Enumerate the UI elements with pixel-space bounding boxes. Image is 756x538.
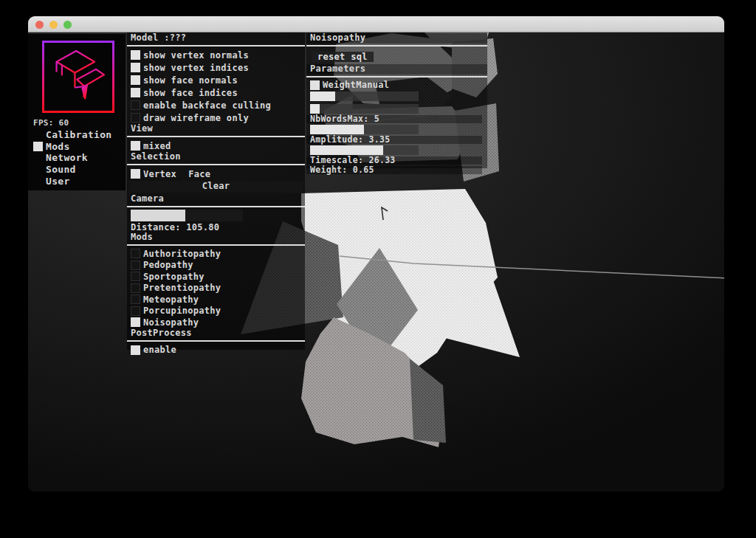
face-label[interactable]: Face	[188, 169, 210, 179]
checkbox-label: draw wireframe only	[143, 113, 249, 123]
enable-backface-culling-row[interactable]: enable backface culling	[127, 99, 305, 111]
checkbox-label: mixed	[143, 141, 171, 151]
checkbox-label: Meteopathy	[143, 294, 199, 305]
app-window: FPS: 60 Calibration Mods Network Sound U…	[28, 16, 724, 492]
slider-fill	[310, 92, 335, 101]
mixed-row[interactable]: mixed	[127, 139, 305, 152]
camera-distance-slider[interactable]	[131, 210, 243, 221]
divider	[127, 164, 305, 165]
divider	[127, 340, 305, 342]
mod-pretentiopathy-row[interactable]: Pretentiopathy	[127, 283, 305, 294]
vertex-label[interactable]: Vertex	[143, 169, 176, 179]
amplitude-slider[interactable]	[310, 125, 419, 134]
mod-meteopathy-row[interactable]: Meteopathy	[127, 294, 305, 306]
model-panel: Model :??? show vertex normals show vert…	[127, 32, 305, 350]
selection-mode-row: Vertex Face	[127, 168, 305, 180]
checkbox-label: Pretentiopathy	[143, 283, 221, 293]
show-vertex-indices-checkbox[interactable]	[131, 63, 140, 72]
noisopathy-panel-title: Noisopathy	[306, 33, 487, 44]
postprocess-section-title: PostProcess	[127, 328, 305, 339]
checkbox-label: show vertex normals	[143, 50, 249, 61]
timescale-slider[interactable]	[310, 145, 419, 155]
checkbox-label: show face indices	[143, 88, 238, 98]
show-face-normals-row[interactable]: show face normals	[127, 74, 305, 86]
parameters-section-title: Parameters	[306, 64, 487, 75]
timescale-value: Timescale: 26.33	[306, 156, 482, 165]
camera-distance-value: Distance: 105.80	[127, 223, 305, 232]
show-vertex-normals-checkbox[interactable]	[131, 50, 140, 60]
mods-section-title: Mods	[127, 232, 305, 243]
weight-manual-row[interactable]: WeightManual	[306, 80, 487, 90]
sidebar-item-calibration[interactable]: Calibration	[28, 129, 126, 141]
mod-authoritopathy-row[interactable]: Authoritopathy	[127, 248, 305, 260]
divider	[127, 45, 305, 46]
app-logo	[42, 41, 114, 113]
mixed-checkbox[interactable]	[131, 141, 140, 151]
vertex-checkbox[interactable]	[131, 169, 140, 179]
checkbox-label: Pedopathy	[143, 260, 193, 270]
camera-section-title: Camera	[127, 194, 305, 204]
show-face-indices-row[interactable]: show face indices	[127, 86, 305, 99]
mods-checkbox[interactable]	[33, 142, 43, 151]
sportopathy-checkbox[interactable]	[131, 272, 140, 281]
mod-pedopathy-row[interactable]: Pedopathy	[127, 260, 305, 272]
clear-button[interactable]: Clear	[128, 181, 303, 193]
porcupinopathy-checkbox[interactable]	[131, 306, 140, 316]
slider-fill	[310, 125, 364, 134]
mod-noisopathy-row[interactable]: Noisopathy	[127, 317, 305, 328]
meteopathy-checkbox[interactable]	[131, 294, 140, 304]
gl-viewport-background: FPS: 60 Calibration Mods Network Sound U…	[28, 32, 724, 492]
fps-counter: FPS: 60	[33, 118, 126, 128]
checkbox-label: show face normals	[143, 75, 238, 86]
draw-wireframe-only-row[interactable]: draw wireframe only	[127, 111, 305, 124]
weight-manual-checkbox[interactable]	[310, 80, 320, 90]
enable-backface-culling-checkbox[interactable]	[131, 100, 140, 110]
show-vertex-indices-row[interactable]: show vertex indices	[127, 61, 305, 74]
sidebar-panel: FPS: 60 Calibration Mods Network Sound U…	[28, 34, 126, 190]
sidebar-item-label: Mods	[46, 141, 70, 152]
sidebar-item-mods[interactable]: Mods	[28, 141, 126, 153]
reset-sql-button[interactable]: reset sql	[312, 52, 374, 62]
checkbox-label: WeightManual	[323, 80, 389, 90]
divider	[127, 136, 305, 137]
show-face-normals-checkbox[interactable]	[131, 75, 140, 85]
noisopathy-checkbox[interactable]	[131, 317, 140, 327]
checkbox-label: show vertex indices	[143, 63, 249, 73]
postprocess-enable-checkbox[interactable]	[131, 345, 140, 355]
window-titlebar[interactable]	[28, 16, 724, 32]
divider	[306, 45, 487, 46]
show-face-indices-checkbox[interactable]	[131, 88, 140, 97]
checkbox-label: Noisopathy	[143, 317, 199, 328]
mod-porcupinopathy-row[interactable]: Porcupinopathy	[127, 306, 305, 317]
sidebar-item-label: Calibration	[46, 129, 111, 140]
checkbox-label: Sportopathy	[143, 272, 205, 282]
authoritopathy-checkbox[interactable]	[131, 249, 140, 258]
divider	[306, 76, 487, 77]
weight-slider[interactable]	[310, 92, 419, 101]
checkbox-label: enable backface culling	[143, 100, 271, 111]
nbwordsmax-slider[interactable]	[310, 104, 419, 114]
logo-wireframe-icon	[44, 43, 112, 111]
pedopathy-checkbox[interactable]	[131, 261, 140, 270]
nbwordsmax-value: NbWordsMax: 5	[306, 115, 482, 123]
slider-fill	[131, 210, 185, 221]
sidebar-item-label: User	[46, 176, 70, 187]
mod-sportopathy-row[interactable]: Sportopathy	[127, 271, 305, 283]
checkbox-label: Porcupinopathy	[143, 306, 221, 316]
postprocess-enable-row[interactable]: enable	[127, 344, 305, 356]
minimize-button[interactable]	[49, 21, 58, 29]
slider-fill	[310, 104, 320, 114]
zoom-button[interactable]	[63, 21, 72, 29]
sidebar-item-network[interactable]: Network	[28, 152, 126, 164]
close-button[interactable]	[35, 21, 44, 29]
checkbox-label: enable	[143, 345, 176, 355]
view-section-title: View	[127, 124, 305, 134]
sidebar-item-sound[interactable]: Sound	[28, 164, 126, 176]
noisopathy-panel: Noisopathy reset sql Parameters WeightMa…	[306, 32, 487, 168]
sidebar-item-label: Sound	[46, 164, 76, 175]
pretentiopathy-checkbox[interactable]	[131, 283, 140, 293]
amplitude-value: Amplitude: 3.35	[306, 136, 482, 144]
show-vertex-normals-row[interactable]: show vertex normals	[127, 49, 305, 61]
draw-wireframe-only-checkbox[interactable]	[131, 113, 140, 123]
sidebar-item-user[interactable]: User	[28, 175, 126, 187]
